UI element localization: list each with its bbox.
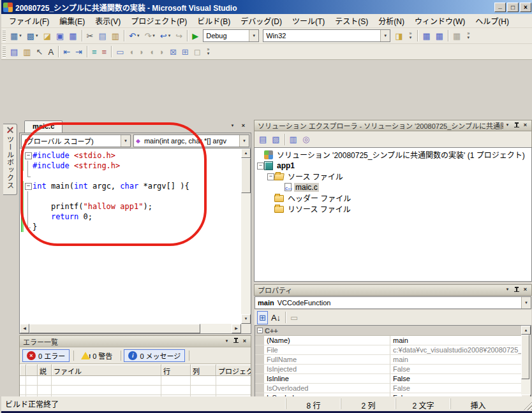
menu-item-7[interactable]: テスト(S) [330, 14, 373, 27]
scroll-down-icon[interactable] [241, 314, 251, 324]
close-document-icon[interactable] [239, 122, 248, 130]
chevron-down-icon[interactable]: ▾ [19, 33, 22, 38]
menu-item-1[interactable]: 編集(E) [54, 14, 90, 27]
close-icon[interactable] [521, 122, 529, 129]
text-editor-toolbar-options-icon[interactable]: »▾ [205, 48, 212, 55]
menu-item-0[interactable]: ファイル(F) [4, 14, 54, 27]
navigate-backward-button[interactable]: ↩▾ [158, 29, 172, 43]
column-header-0[interactable] [20, 365, 26, 376]
toolbar-options-icon[interactable]: »▾ [406, 32, 414, 40]
save-all-button[interactable]: ▦ [67, 29, 78, 43]
resize-grip[interactable] [523, 402, 532, 410]
tab-maic-c[interactable]: maic.c [24, 120, 63, 133]
tree-item-5[interactable]: リソース ファイル [255, 203, 531, 214]
save-button[interactable]: ▣ [54, 29, 66, 43]
bookmark-window-button[interactable]: ⊞ [180, 45, 191, 59]
property-row-Name[interactable]: (Name)main [255, 336, 521, 345]
member-list-button[interactable]: ▤ [8, 45, 20, 59]
editor-horizontal-scrollbar[interactable] [20, 324, 241, 333]
undo-button[interactable]: ↶▾ [127, 29, 141, 43]
scroll-thumb[interactable] [29, 324, 200, 333]
solution-configurations-dropdown[interactable]: Debug▼ [203, 29, 259, 42]
scroll-left-icon[interactable] [20, 324, 29, 333]
object-selector-dropdown[interactable]: main VCCodeFunction ▼ [255, 296, 531, 309]
window-position-dropdown-icon[interactable] [503, 286, 512, 294]
scroll-right-icon[interactable] [232, 324, 241, 333]
tree-item-3[interactable]: maic.c [255, 182, 531, 192]
menu-item-6[interactable]: ツール(T) [287, 14, 330, 27]
scope-dropdown[interactable]: (グローバル スコープ) ▼ [21, 134, 131, 147]
chevron-down-icon[interactable]: ▼ [249, 30, 258, 41]
view-code-button[interactable]: ▥ [288, 133, 299, 146]
property-row-File[interactable]: Filec:¥data¥vc_visualstudio2008¥20080725… [255, 345, 521, 355]
messages-filter-button[interactable]: 0 メッセージ [124, 349, 185, 362]
document-list-dropdown-icon[interactable] [228, 122, 237, 130]
chevron-down-icon[interactable]: ▾ [36, 33, 38, 38]
window-position-dropdown-icon[interactable] [223, 338, 231, 345]
alphabetical-button[interactable]: A↓ [269, 311, 283, 324]
error-list-title-bar[interactable]: エラー一覧 [20, 336, 251, 347]
scroll-thumb[interactable] [241, 158, 251, 193]
chevron-down-icon[interactable]: ▾ [168, 33, 171, 38]
property-row-FullName[interactable]: FullNamemain [255, 355, 521, 365]
tree-item-1[interactable]: app1 [255, 160, 531, 171]
cut-button[interactable]: ✂ [85, 29, 96, 43]
auto-hide-pin-icon[interactable] [514, 122, 519, 129]
chevron-down-icon[interactable]: ▾ [137, 33, 140, 38]
editor-vertical-scrollbar[interactable] [241, 149, 251, 324]
column-header-ファイル[interactable]: ファイル [52, 365, 161, 376]
find-in-files-button[interactable]: ◨ [393, 29, 404, 43]
solution-tree[interactable]: ソリューション '20080725_シンプルに共通関数の実装' (1 プロジェク… [254, 147, 532, 282]
paste-button[interactable]: ▥ [110, 29, 121, 43]
menu-item-5[interactable]: デバッグ(D) [235, 14, 287, 27]
menu-item-8[interactable]: 分析(N) [373, 14, 410, 27]
open-file-button[interactable]: ◪ [41, 29, 53, 43]
fold-marker[interactable] [24, 150, 33, 161]
column-header-プロジェク[interactable]: プロジェク [216, 365, 251, 376]
properties-title-bar[interactable]: プロパティ [254, 284, 532, 296]
increase-indent-button[interactable]: ⇥ [73, 45, 84, 59]
title-bar[interactable]: 20080725_シンプルに共通関数の実装 - Microsoft Visual… [1, 0, 532, 14]
show-all-files-button[interactable]: ▧ [270, 133, 281, 146]
decrease-indent-button[interactable]: ⇤ [61, 45, 72, 59]
solution-platforms-dropdown[interactable]: Win32▼ [263, 29, 390, 42]
chevron-down-icon[interactable]: ▼ [380, 30, 390, 41]
chevron-down-icon[interactable]: ▾ [152, 33, 155, 38]
copy-button[interactable]: ▤ [96, 29, 108, 43]
toggle-bookmark-button[interactable]: ▭ [114, 45, 126, 59]
parameter-info-button[interactable]: ▥ [21, 45, 33, 59]
close-icon[interactable] [240, 338, 249, 345]
member-dropdown[interactable]: ◆ main(int argc, char *[] argv ▼ [133, 134, 249, 147]
solution-explorer-title-bar[interactable]: ソリューション エクスプローラ - ソリューション '20080725_シンプル… [254, 120, 532, 131]
property-row-IsOverloaded[interactable]: IsOverloadedFalse [255, 384, 521, 393]
menu-item-2[interactable]: 表示(V) [90, 14, 126, 27]
toolbox-tab[interactable]: ツールボックス [3, 124, 17, 195]
property-grid-scrollbar[interactable] [521, 326, 531, 403]
auto-hide-pin-icon[interactable] [514, 287, 519, 294]
tree-item-2[interactable]: ソース ファイル [255, 171, 531, 182]
maximize-button[interactable] [507, 3, 519, 12]
column-header-1[interactable] [26, 365, 38, 376]
new-project-button[interactable]: ▦▾ [8, 29, 24, 43]
close-button[interactable] [520, 3, 531, 12]
uncomment-lines-button[interactable]: ≡ [100, 45, 109, 59]
toolbar-grip-2[interactable] [3, 46, 6, 58]
property-category-row[interactable]: −C++ [255, 326, 521, 336]
close-icon[interactable] [521, 286, 529, 294]
word-completion-button[interactable]: A [47, 45, 56, 59]
errors-filter-button[interactable]: 0 エラー [22, 349, 70, 362]
collapse-icon[interactable]: − [257, 328, 263, 333]
chevron-down-icon[interactable]: ▼ [121, 135, 130, 147]
minimize-button[interactable] [494, 3, 506, 12]
toolbar-grip[interactable] [3, 30, 6, 42]
properties-window-button[interactable]: ▤ [257, 133, 269, 146]
code-lines[interactable]: #include <stdio.h>#include <string.h>int… [20, 149, 241, 324]
scroll-thumb[interactable] [521, 335, 529, 379]
fold-marker[interactable] [24, 181, 33, 191]
property-row-IsInjected[interactable]: IsInjectedFalse [255, 365, 521, 374]
menu-item-4[interactable]: ビルド(B) [192, 14, 235, 27]
quick-info-button[interactable]: ↖ [34, 45, 45, 59]
column-header-列[interactable]: 列 [191, 365, 216, 376]
menu-item-10[interactable]: ヘルプ(H) [470, 14, 514, 27]
warnings-filter-button[interactable]: 0 警告 [77, 349, 117, 362]
